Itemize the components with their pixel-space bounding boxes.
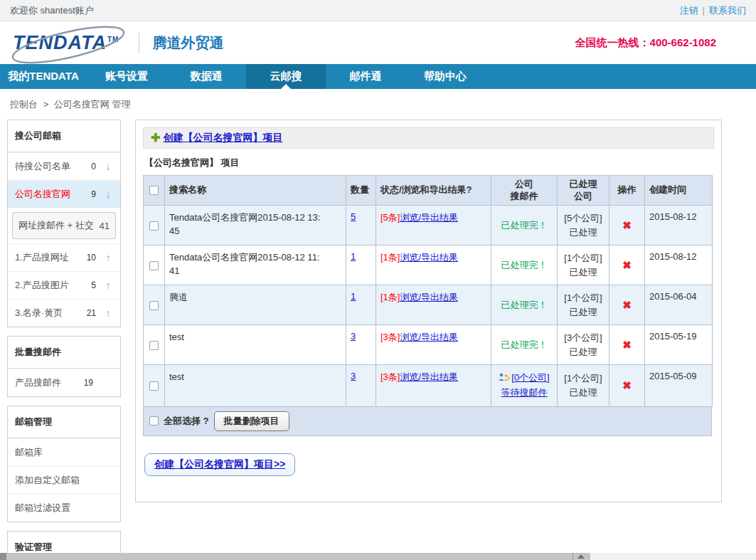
mail-status: 已处理完！ — [501, 220, 548, 231]
header-checkbox[interactable] — [149, 186, 159, 195]
quantity-link[interactable]: 1 — [351, 251, 356, 262]
processed-company-cell: [1个公司]已处理 — [558, 285, 609, 325]
scrollbar-thumb[interactable] — [0, 553, 6, 560]
nav-item-data-pass[interactable]: 数据通 — [166, 64, 246, 89]
col-header-created-time: 创建时间 — [645, 176, 713, 206]
sidebar-item-company-name-search[interactable]: 公司名搜官网 9 ↓ — [8, 180, 120, 208]
table-row: test 3 [3条]浏览/导出结果 已处理完！ [3个公司]已处理 ✖ 201… — [144, 325, 713, 365]
quantity-link[interactable]: 3 — [351, 331, 356, 342]
greeting-text: 欢迎你 shantest账户 — [10, 4, 94, 17]
sidebar-section-batch-search-email: 批量搜邮件 产品搜邮件 19 — [7, 336, 121, 397]
horizontal-scrollbar[interactable] — [0, 553, 756, 560]
main-panel: ✚ 创建【公司名搜官网】项目 【公司名搜官网】 项目 搜索名称 数量 状态/浏览… — [135, 120, 722, 502]
processed-company-cell: [1个公司]已处理 — [558, 365, 609, 407]
batch-delete-button[interactable]: 批量删除项目 — [214, 411, 289, 431]
sidebar-item-url-search-email-social[interactable]: 网址搜邮件 + 社交 41 — [12, 212, 116, 239]
status-count: [3条] — [380, 371, 400, 382]
sidebar-item-pending-company-list[interactable]: 待搜公司名单 0 ↓ — [8, 152, 120, 180]
row-checkbox[interactable] — [149, 221, 159, 231]
create-project-link[interactable]: 创建【公司名搜官网】项目 — [163, 132, 282, 144]
browse-export-link[interactable]: 浏览/导出结果 — [400, 371, 458, 382]
project-name: test — [169, 331, 321, 344]
sidebar-item-directory-yellow-pages[interactable]: 3.名录·黄页 21 ↑ — [8, 299, 120, 327]
row-checkbox[interactable] — [149, 341, 159, 350]
up-arrow-icon: ↑ — [103, 280, 113, 291]
created-date: 2015-06-04 — [645, 285, 713, 325]
breadcrumb-current: 公司名搜官网 管理 — [54, 99, 131, 110]
browse-export-link[interactable]: 浏览/导出结果 — [400, 332, 458, 342]
quantity-link[interactable]: 1 — [351, 291, 356, 302]
delete-icon[interactable]: ✖ — [622, 219, 632, 231]
col-header-status: 状态/浏览和导出结果? — [376, 176, 491, 206]
quantity-link[interactable]: 5 — [351, 211, 356, 222]
delete-icon[interactable]: ✖ — [622, 339, 632, 351]
table-row: Tendata公司名搜官网2015-08-12 11:41 1 [1条]浏览/导… — [144, 245, 713, 285]
sidebar-section-search-company-email: 搜公司邮箱 待搜公司名单 0 ↓ 公司名搜官网 9 ↓ 网址搜邮件 + 社交 4… — [7, 120, 121, 327]
sidebar-item-mailbox-filter-settings[interactable]: 邮箱过滤设置 — [8, 494, 120, 522]
breadcrumb-separator: > — [43, 99, 49, 110]
main-nav: 我的TENDATA 账号设置 数据通 云邮搜 邮件通 帮助中心 — [0, 64, 756, 89]
header-divider — [139, 32, 139, 53]
status-count: [5条] — [380, 212, 400, 223]
up-arrow-icon: ↑ — [103, 252, 113, 263]
up-arrow-icon: ↑ — [103, 307, 113, 319]
row-checkbox[interactable] — [149, 261, 159, 270]
breadcrumb-home: 控制台 — [10, 99, 38, 110]
browse-export-link[interactable]: 浏览/导出结果 — [400, 252, 458, 263]
col-header-company-search-mail: 公司搜邮件 — [491, 176, 558, 206]
processed-company-cell: [3个公司]已处理 — [558, 325, 609, 365]
sidebar-item-product-search-image[interactable]: 2.产品搜图片 5 ↑ — [8, 271, 120, 299]
nav-item-help-center[interactable]: 帮助中心 — [405, 64, 485, 89]
project-name: 腾道 — [169, 291, 321, 305]
row-checkbox[interactable] — [149, 381, 159, 391]
select-all-label: 全部选择 ? — [164, 415, 209, 428]
project-name: Tendata公司名搜官网2015-08-12 13:45 — [169, 211, 321, 238]
created-date: 2015-05-09 — [645, 365, 713, 407]
people-icon — [499, 373, 510, 381]
table-row: test 3 [3条]浏览/导出结果 [0个公司] 等待搜邮件 [1个公司]已处… — [144, 365, 713, 407]
scrollbar-arrow-icon[interactable] — [577, 554, 585, 559]
delete-icon[interactable]: ✖ — [622, 299, 632, 311]
mail-status: 已处理完！ — [501, 260, 548, 270]
down-arrow-icon: ↓ — [103, 161, 113, 172]
scrollbar-divider — [573, 553, 573, 560]
sidebar-item-mailbox-library[interactable]: 邮箱库 — [8, 438, 120, 466]
table-row: 腾道 1 [1条]浏览/导出结果 已处理完！ [1个公司]已处理 ✖ 2015-… — [144, 285, 713, 325]
browse-export-link[interactable]: 浏览/导出结果 — [400, 292, 458, 302]
select-all-checkbox[interactable] — [149, 416, 159, 426]
logo-text: TENDATA — [13, 32, 107, 53]
zero-company-link[interactable]: [0个公司] — [511, 372, 549, 383]
logo-tm: TM — [107, 36, 119, 43]
sidebar-item-product-search-email[interactable]: 产品搜邮件 19 — [8, 369, 120, 396]
table-row: Tendata公司名搜官网2015-08-12 13:45 5 [5条]浏览/导… — [144, 206, 713, 245]
nav-item-my-tendata[interactable]: 我的TENDATA — [0, 64, 87, 89]
nav-item-mail-pass[interactable]: 邮件通 — [326, 64, 405, 89]
row-checkbox[interactable] — [149, 301, 159, 310]
browse-export-link[interactable]: 浏览/导出结果 — [400, 212, 458, 223]
header: TENDATATM 腾道外贸通 全国统一热线：400-662-1082 — [0, 21, 756, 64]
delete-icon[interactable]: ✖ — [622, 379, 632, 391]
sidebar-item-product-search-url[interactable]: 1.产品搜网址 10 ↑ — [8, 243, 120, 271]
nav-item-cloud-mail-search[interactable]: 云邮搜 — [246, 64, 326, 89]
sidebar-section-title: 邮箱管理 — [8, 406, 120, 438]
sidebar-section-title: 批量搜邮件 — [8, 337, 120, 369]
create-project-bottom-button[interactable]: 创建【公司名搜官网】项目>> — [144, 453, 295, 476]
col-header-quantity: 数量 — [346, 176, 376, 206]
status-count: [1条] — [380, 252, 400, 263]
down-arrow-icon: ↓ — [103, 189, 113, 200]
status-count: [1条] — [380, 292, 400, 302]
quantity-link[interactable]: 3 — [351, 371, 356, 381]
col-header-search-name: 搜索名称 — [165, 176, 346, 206]
logout-link[interactable]: 注销 — [680, 4, 698, 17]
nav-item-account-settings[interactable]: 账号设置 — [87, 64, 166, 89]
delete-icon[interactable]: ✖ — [622, 259, 632, 271]
project-name: Tendata公司名搜官网2015-08-12 11:41 — [169, 251, 321, 278]
sidebar-item-add-custom-mailbox[interactable]: 添加自定义邮箱 — [8, 466, 120, 494]
waiting-search-mail-link[interactable]: 等待搜邮件 — [501, 387, 548, 398]
topbar-separator: | — [703, 5, 705, 16]
created-date: 2015-05-19 — [645, 325, 713, 365]
project-list-title: 【公司名搜官网】 项目 — [144, 157, 714, 169]
contact-us-link[interactable]: 联系我们 — [709, 4, 746, 17]
scrollbar-right-track[interactable] — [590, 553, 756, 560]
create-project-bar: ✚ 创建【公司名搜官网】项目 — [143, 127, 714, 149]
